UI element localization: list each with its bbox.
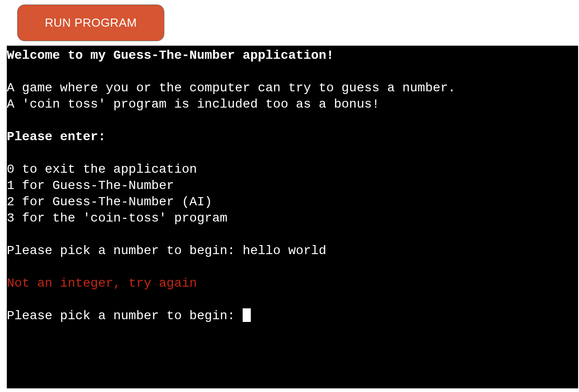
terminal-error-message: Not an integer, try again: [7, 275, 578, 292]
terminal-cursor: [243, 308, 251, 322]
terminal-blank: [7, 227, 578, 243]
terminal-menu-option-3: 3 for the 'coin-toss' program: [7, 210, 578, 227]
terminal-blank: [7, 292, 578, 308]
terminal-description-1: A game where you or the computer can try…: [7, 80, 578, 96]
toolbar: RUN PROGRAM: [0, 0, 579, 46]
terminal-menu-option-0: 0 to exit the application: [7, 161, 578, 178]
terminal-welcome-title: Welcome to my Guess-The-Number applicati…: [7, 47, 578, 64]
terminal-blank: [7, 259, 578, 275]
terminal-description-2: A 'coin toss' program is included too as…: [7, 96, 578, 113]
terminal-menu-option-1: 1 for Guess-The-Number: [7, 178, 578, 194]
terminal-menu-option-2: 2 for Guess-The-Number (AI): [7, 194, 578, 210]
terminal-blank: [7, 113, 578, 129]
terminal-prompt-line-1: Please pick a number to begin: hello wor…: [7, 243, 578, 259]
terminal-prompt-line-2: Please pick a number to begin:: [7, 308, 578, 324]
terminal-prompt-text-2: Please pick a number to begin:: [7, 309, 243, 323]
run-program-button[interactable]: RUN PROGRAM: [17, 5, 164, 41]
terminal-output[interactable]: Welcome to my Guess-The-Number applicati…: [7, 46, 578, 388]
terminal-blank: [7, 145, 578, 161]
terminal-prompt-text: Please pick a number to begin:: [7, 244, 243, 258]
terminal-blank: [7, 64, 578, 80]
terminal-menu-header: Please enter:: [7, 129, 578, 145]
terminal-user-input: hello world: [243, 244, 326, 258]
